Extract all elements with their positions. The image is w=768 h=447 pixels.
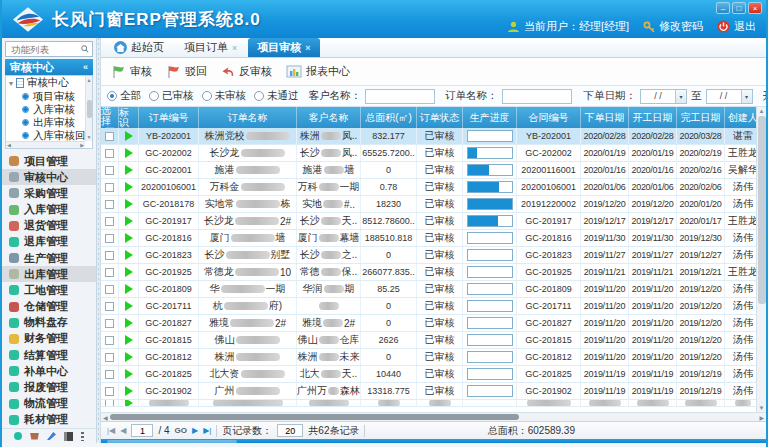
row-checkbox[interactable] [105, 251, 114, 260]
tree-horizontal-scrollbar[interactable]: ◀▶ [6, 141, 85, 148]
column-header-下单日期[interactable]: 下单日期 [581, 107, 629, 128]
table-row[interactable]: GC-201815佛山佛山仓库2626已审核GC-2018152019/11/2… [101, 332, 762, 349]
scroll-down-icon[interactable]: ▼ [87, 134, 92, 140]
footer-dot-icon[interactable] [14, 432, 22, 440]
table-row[interactable]: GC-201823长沙别墅长沙之..0已审核GC-2018232019/11/2… [101, 247, 762, 264]
table-row[interactable]: GC-201902广州广州万森林13318.775已审核GC-201902201… [101, 383, 762, 400]
row-checkbox[interactable] [105, 370, 114, 379]
order-date-to-input[interactable]: / /▾ [706, 89, 753, 104]
scroll-right-icon[interactable]: ▶ [759, 414, 764, 421]
sidebar-item-补单中心[interactable]: 补单中心 [2, 363, 96, 379]
go-button[interactable]: GO [175, 426, 187, 435]
footer-cart-icon[interactable] [30, 433, 39, 440]
scroll-thumb[interactable] [758, 116, 766, 304]
tree-item-2[interactable]: 出库审核 [6, 116, 92, 129]
radio-全部[interactable]: 全部 [107, 89, 141, 103]
radio-icon[interactable] [149, 91, 159, 101]
close-icon[interactable]: × [305, 43, 310, 53]
table-row[interactable]: GC-201809华一期华润期85.25已审核GC-2018092019/11/… [101, 281, 762, 298]
radio-icon[interactable] [254, 91, 264, 101]
table-row[interactable]: GC-202001施港施港墙0已审核202001160012020/01/162… [101, 162, 762, 179]
collapse-icon[interactable]: « [83, 62, 88, 72]
sidebar-item-退库管理[interactable]: 退库管理 [2, 234, 96, 250]
column-header-生产进度[interactable]: 生产进度 [463, 107, 517, 128]
page-size-input[interactable] [277, 424, 303, 437]
table-row[interactable]: GC-201816厦门墙厦门幕墙188510.818已审核GC-20181620… [101, 230, 762, 247]
sidebar-item-仓储管理[interactable]: 仓储管理 [2, 299, 96, 315]
radio-icon[interactable] [202, 91, 212, 101]
row-checkbox[interactable] [105, 200, 114, 209]
toolbar-button-报表中心[interactable]: 报表中心 [286, 64, 350, 79]
sidebar-item-物料盘存[interactable]: 物料盘存 [2, 315, 96, 331]
table-row[interactable]: YB-202001株洲党校株洲凤..832.177已审核YB-202001202… [101, 128, 762, 145]
row-checkbox[interactable] [105, 149, 114, 158]
tab-项目订单[interactable]: 项目订单× [175, 38, 246, 57]
table-row[interactable]: GC-2018178实地常栋实地#..18230已审核2019122000220… [101, 196, 762, 213]
tab-项目审核[interactable]: 项目审核× [248, 38, 319, 57]
column-header-客户名称[interactable]: 客户名称 [297, 107, 361, 128]
customer-name-input[interactable] [365, 89, 435, 104]
column-header-合同编号[interactable]: 合同编号 [517, 107, 581, 128]
chevron-down-icon[interactable]: ▾ [741, 90, 752, 103]
close-button[interactable]: × [748, 2, 762, 14]
sidebar-item-报废管理[interactable]: 报废管理 [2, 379, 96, 395]
toolbar-button-审核[interactable]: 审核 [111, 64, 152, 79]
column-header-订单状态[interactable]: 订单状态 [417, 107, 463, 128]
radio-icon[interactable] [107, 91, 117, 101]
prev-page-button[interactable]: ◀ [120, 426, 126, 435]
column-header-开工日期[interactable]: 开工日期 [629, 107, 677, 128]
table-row[interactable]: 20200106001万科金万科一期0.78已审核202001060012020… [101, 179, 762, 196]
column-header-总面积(㎡)[interactable]: 总面积(㎡) [361, 107, 417, 128]
row-checkbox[interactable] [105, 166, 114, 175]
scroll-thumb[interactable] [110, 414, 520, 420]
toolbar-button-反审核[interactable]: 反审核 [221, 64, 272, 79]
sidebar-item-出库管理[interactable]: 出库管理 [2, 266, 96, 282]
order-date-from-input[interactable]: / /▾ [640, 89, 687, 104]
tree-item-0[interactable]: 项目审核 [6, 90, 92, 103]
sidebar-item-财务管理[interactable]: 财务管理 [2, 331, 96, 347]
footer-book-icon[interactable] [64, 432, 73, 441]
row-checkbox[interactable] [105, 400, 114, 406]
sidebar-item-审核中心[interactable]: 审核中心 [2, 169, 96, 185]
maximize-button[interactable]: □ [732, 2, 746, 14]
first-page-button[interactable]: |◀ [107, 426, 115, 435]
scroll-thumb[interactable] [87, 100, 92, 118]
close-icon[interactable]: × [232, 43, 237, 53]
column-header-选择[interactable]: 选择 [101, 107, 119, 128]
table-row[interactable]: GC-201825北大资北大天..10440已审核GC-2018252019/1… [101, 366, 762, 383]
row-checkbox[interactable] [105, 268, 114, 277]
sidebar-item-退货管理[interactable]: 退货管理 [2, 218, 96, 234]
grid-vertical-scrollbar[interactable]: ▲ ▼ [756, 107, 766, 412]
row-checkbox[interactable] [105, 132, 114, 141]
page-number-input[interactable] [131, 424, 153, 437]
row-checkbox[interactable] [105, 302, 114, 311]
row-checkbox[interactable] [105, 285, 114, 294]
tree-vertical-scrollbar[interactable]: ▲▼ [85, 76, 92, 141]
next-page-button[interactable]: ▶ [192, 426, 198, 435]
grid-horizontal-scrollbar[interactable]: ◀ ▶ [101, 412, 766, 421]
row-checkbox[interactable] [105, 234, 114, 243]
logout-button[interactable]: 退出 [717, 19, 756, 34]
table-row[interactable]: GC-202002长沙龙长沙凤..65525.7200..已审核GC-20200… [101, 145, 762, 162]
footer-pen-icon[interactable] [47, 432, 56, 440]
row-checkbox[interactable] [105, 319, 114, 328]
change-password-button[interactable]: 修改密码 [643, 19, 703, 34]
table-row[interactable]: GC-201925常德龙10常德保..266077.835..已审核GC-201… [101, 264, 762, 281]
sidebar-item-耗材管理[interactable]: 耗材管理 [2, 412, 96, 428]
sidebar-item-项目管理[interactable]: 项目管理 [2, 153, 96, 169]
last-page-button[interactable]: ▶| [203, 426, 211, 435]
column-header-订单编号[interactable]: 订单编号 [139, 107, 199, 128]
sidebar-item-生产管理[interactable]: 生产管理 [2, 250, 96, 266]
tree-item-1[interactable]: 入库审核 [6, 103, 92, 116]
scroll-down-icon[interactable]: ▼ [759, 405, 765, 411]
row-checkbox[interactable] [105, 387, 114, 396]
function-search-input[interactable] [9, 43, 81, 56]
row-checkbox[interactable] [105, 336, 114, 345]
table-row[interactable]: GC-201827雅境2#雅境2#0已审核GC-2018272019/11/20… [101, 315, 762, 332]
radio-未通过[interactable]: 未通过 [254, 89, 299, 103]
tree-root-audit-center[interactable]: ▾ 审核中心 [6, 76, 92, 90]
column-header-订单名称[interactable]: 订单名称 [199, 107, 297, 128]
row-checkbox[interactable] [105, 217, 114, 226]
scroll-right-icon[interactable]: ▶ [80, 142, 84, 148]
footer-more-icon[interactable] [81, 432, 84, 441]
